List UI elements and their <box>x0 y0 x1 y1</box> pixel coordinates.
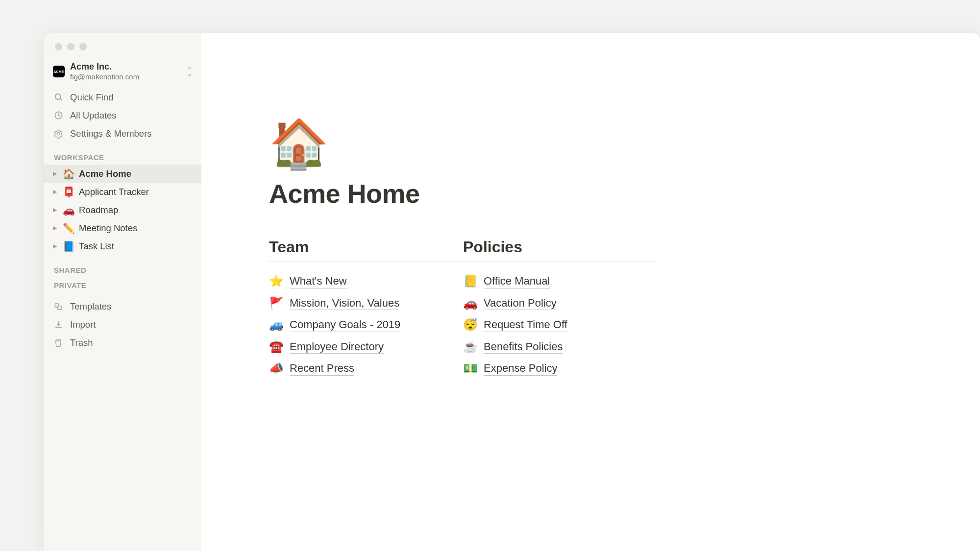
sidebar: ACME Acme Inc. fig@makenotion.com ⌃⌃ Qui… <box>44 33 201 551</box>
page-label: Task List <box>79 241 114 252</box>
import[interactable]: Import <box>44 315 201 334</box>
column-team: Team ⭐ What's New 🚩 Mission, Vision, Val… <box>269 238 463 380</box>
section-workspace: WORKSPACE <box>44 143 201 165</box>
workspace-name: Acme Inc. <box>70 62 187 72</box>
all-updates-label: All Updates <box>70 110 117 121</box>
page-link[interactable]: 💵 Expense Policy <box>463 358 657 380</box>
link-label: What's New <box>290 274 347 288</box>
page-label: Meeting Notes <box>79 223 137 234</box>
templates[interactable]: Templates <box>44 297 201 315</box>
link-label: Recent Press <box>290 361 354 376</box>
page-link[interactable]: 📒 Office Manual <box>463 270 657 292</box>
link-label: Mission, Vision, Values <box>290 296 399 311</box>
window-controls <box>55 43 87 50</box>
sidebar-page-task-list[interactable]: ▶ 📘 Task List <box>44 237 201 255</box>
page-link[interactable]: ⭐ What's New <box>269 270 463 292</box>
workspace-logo: ACME <box>53 66 65 77</box>
chevron-right-icon[interactable]: ▶ <box>53 170 61 177</box>
chevron-updown-icon: ⌃⌃ <box>187 68 193 75</box>
link-icon: 📒 <box>463 274 478 288</box>
quick-find[interactable]: Quick Find <box>44 88 201 106</box>
page-title[interactable]: Acme Home <box>269 178 980 209</box>
link-icon: 💵 <box>463 361 478 375</box>
page-link[interactable]: 📣 Recent Press <box>269 358 463 380</box>
link-label: Employee Directory <box>290 340 384 354</box>
link-icon: 🚙 <box>269 318 284 332</box>
search-icon <box>53 92 64 103</box>
quick-find-label: Quick Find <box>70 92 113 103</box>
settings-label: Settings & Members <box>70 128 152 139</box>
column-heading[interactable]: Team <box>269 238 463 262</box>
link-label: Office Manual <box>484 274 550 288</box>
page-label: Roadmap <box>79 205 118 216</box>
close-window-icon[interactable] <box>55 43 62 50</box>
templates-icon <box>53 301 64 312</box>
page-icon: 🏠 <box>63 168 75 180</box>
sidebar-page-meeting-notes[interactable]: ▶ ✏️ Meeting Notes <box>44 219 201 237</box>
page-link[interactable]: 🚩 Mission, Vision, Values <box>269 292 463 314</box>
workspace-email: fig@makenotion.com <box>70 72 187 82</box>
gear-icon <box>53 128 64 139</box>
minimize-window-icon[interactable] <box>67 43 74 50</box>
link-icon: 📣 <box>269 361 284 375</box>
svg-rect-4 <box>57 306 61 310</box>
page-link[interactable]: ☎️ Employee Directory <box>269 336 463 358</box>
maximize-window-icon[interactable] <box>79 43 87 50</box>
page-icon: ✏️ <box>63 222 75 234</box>
clock-icon <box>53 110 64 121</box>
sidebar-page-acme-home[interactable]: ▶ 🏠 Acme Home <box>44 165 201 183</box>
link-label: Request Time Off <box>484 318 567 332</box>
page-header-icon[interactable]: 🏠 <box>269 120 980 168</box>
column-policies: Policies 📒 Office Manual 🚗 Vacation Poli… <box>463 238 657 380</box>
column-heading[interactable]: Policies <box>463 238 657 262</box>
link-label: Company Goals - 2019 <box>290 318 400 332</box>
section-shared: SHARED <box>44 255 201 277</box>
section-private: PRIVATE <box>44 277 201 292</box>
chevron-right-icon[interactable]: ▶ <box>53 243 61 249</box>
chevron-right-icon[interactable]: ▶ <box>53 207 61 213</box>
trash-icon <box>53 337 64 348</box>
link-label: Vacation Policy <box>484 296 557 311</box>
chevron-right-icon[interactable]: ▶ <box>53 189 61 195</box>
templates-label: Templates <box>70 301 111 312</box>
page-icon: 📘 <box>63 240 75 252</box>
svg-point-0 <box>55 94 60 99</box>
link-icon: ☎️ <box>269 340 284 354</box>
page-link[interactable]: ☕ Benefits Policies <box>463 336 657 358</box>
import-label: Import <box>70 319 96 330</box>
page-label: Acme Home <box>79 168 131 179</box>
trash[interactable]: Trash <box>44 334 201 352</box>
chevron-right-icon[interactable]: ▶ <box>53 225 61 231</box>
page-icon: 🚗 <box>63 204 75 216</box>
trash-label: Trash <box>70 337 93 348</box>
sidebar-page-roadmap[interactable]: ▶ 🚗 Roadmap <box>44 201 201 219</box>
svg-line-1 <box>60 99 62 101</box>
link-icon: 😴 <box>463 318 478 332</box>
link-label: Expense Policy <box>484 361 557 376</box>
page-link[interactable]: 🚗 Vacation Policy <box>463 292 657 314</box>
page-label: Applicant Tracker <box>79 187 149 197</box>
app-window: ACME Acme Inc. fig@makenotion.com ⌃⌃ Qui… <box>44 33 980 551</box>
link-icon: ⭐ <box>269 274 284 288</box>
workspace-switcher[interactable]: ACME Acme Inc. fig@makenotion.com ⌃⌃ <box>44 60 201 88</box>
link-label: Benefits Policies <box>484 340 563 354</box>
link-icon: ☕ <box>463 340 478 354</box>
link-icon: 🚩 <box>269 296 284 310</box>
page-icon: 📮 <box>63 186 75 198</box>
import-icon <box>53 319 64 330</box>
page-link[interactable]: 😴 Request Time Off <box>463 314 657 336</box>
all-updates[interactable]: All Updates <box>44 106 201 124</box>
main-content: 🏠 Acme Home Team ⭐ What's New 🚩 Mission,… <box>201 33 980 551</box>
settings-members[interactable]: Settings & Members <box>44 124 201 143</box>
page-link[interactable]: 🚙 Company Goals - 2019 <box>269 314 463 336</box>
link-icon: 🚗 <box>463 296 478 310</box>
sidebar-page-applicant-tracker[interactable]: ▶ 📮 Applicant Tracker <box>44 183 201 201</box>
